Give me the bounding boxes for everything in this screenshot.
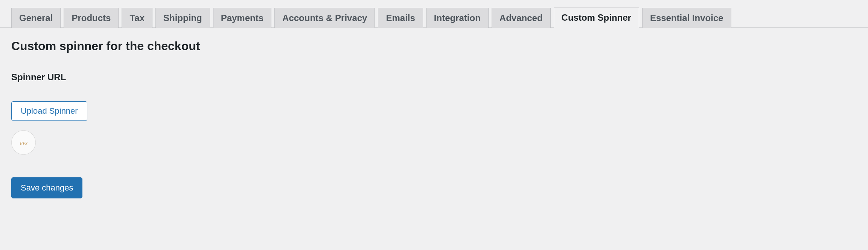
upload-spinner-button[interactable]: Upload Spinner: [11, 101, 87, 121]
tab-accounts-privacy[interactable]: Accounts & Privacy: [274, 8, 375, 28]
settings-tabs: General Products Tax Shipping Payments A…: [0, 0, 868, 28]
tab-custom-spinner[interactable]: Custom Spinner: [554, 8, 639, 28]
tab-payments[interactable]: Payments: [213, 8, 271, 28]
spinner-preview-thumb: evs: [11, 130, 36, 155]
tab-tax[interactable]: Tax: [122, 8, 152, 28]
tab-essential-invoice[interactable]: Essential Invoice: [642, 8, 731, 28]
tab-advanced[interactable]: Advanced: [492, 8, 551, 28]
spinner-preview-icon: evs: [16, 135, 31, 150]
save-changes-button[interactable]: Save changes: [11, 177, 82, 198]
tab-emails[interactable]: Emails: [378, 8, 423, 28]
settings-content: Custom spinner for the checkout Spinner …: [0, 28, 868, 210]
tab-integration[interactable]: Integration: [426, 8, 489, 28]
svg-text:evs: evs: [20, 140, 27, 146]
tab-general[interactable]: General: [11, 8, 61, 28]
tab-products[interactable]: Products: [64, 8, 119, 28]
tab-shipping[interactable]: Shipping: [155, 8, 210, 28]
spinner-url-label: Spinner URL: [11, 72, 857, 82]
page-title: Custom spinner for the checkout: [11, 39, 857, 53]
